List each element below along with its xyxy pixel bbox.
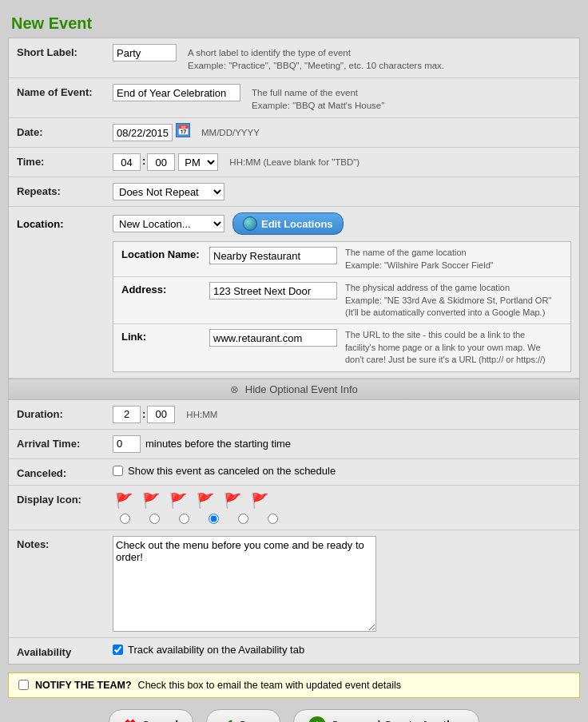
location-label: Location: bbox=[17, 218, 113, 230]
date-input[interactable] bbox=[113, 124, 173, 141]
globe-icon bbox=[243, 216, 257, 231]
save-button[interactable]: ✔ Save bbox=[206, 709, 280, 723]
page-title: New Event bbox=[8, 8, 580, 38]
notes-label: Notes: bbox=[17, 536, 113, 550]
flag-icon-blue: 🚩 bbox=[113, 491, 135, 510]
radio-icon-1[interactable] bbox=[120, 514, 130, 524]
duration-hint: HH:MM bbox=[186, 406, 217, 421]
loc-link-label: Link: bbox=[121, 329, 209, 343]
time-label: Time: bbox=[17, 153, 113, 168]
flag-icon-yellow: 🚩 bbox=[140, 491, 162, 510]
flag-icon-gray: 🚩 bbox=[248, 491, 271, 510]
event-name-label: Name of Event: bbox=[17, 84, 113, 98]
duration-label: Duration: bbox=[17, 406, 113, 420]
time-minute-input[interactable] bbox=[147, 153, 175, 171]
canceled-checkbox-label: Show this event as canceled on the sched… bbox=[128, 465, 336, 477]
edit-locations-button[interactable]: Edit Locations bbox=[232, 212, 344, 235]
radio-icon-2[interactable] bbox=[149, 514, 160, 524]
radio-icon-3[interactable] bbox=[179, 514, 189, 524]
loc-address-label: Address: bbox=[121, 282, 209, 296]
duration-minute-input[interactable] bbox=[147, 406, 175, 423]
save-and-create-another-button[interactable]: + Save and Create Another bbox=[293, 709, 479, 723]
loc-address-input[interactable] bbox=[209, 282, 337, 300]
availability-checkbox[interactable] bbox=[113, 645, 123, 655]
loc-link-input[interactable] bbox=[209, 329, 337, 347]
arrival-time-label: Arrival Time: bbox=[17, 435, 113, 450]
time-separator: : bbox=[141, 153, 147, 169]
time-ampm-select[interactable]: PM AM bbox=[178, 153, 218, 171]
short-label-hint: A short label to identify the type of ev… bbox=[188, 44, 444, 72]
repeats-label: Repeats: bbox=[17, 183, 113, 197]
flag-icon-green: 🚩 bbox=[194, 491, 217, 510]
radio-icon-5[interactable] bbox=[238, 514, 248, 524]
location-select[interactable]: New Location... Nearby Restaurant Other bbox=[113, 215, 224, 232]
display-icon-label: Display Icon: bbox=[17, 491, 113, 506]
radio-icon-6[interactable] bbox=[268, 514, 278, 524]
location-detail-box: Location Name: The name of the game loca… bbox=[113, 241, 571, 371]
icon-radio-row bbox=[113, 514, 285, 524]
calendar-icon[interactable] bbox=[176, 123, 190, 137]
cancel-x-icon: ✖ bbox=[124, 716, 136, 723]
cancel-button[interactable]: ✖ Cancel bbox=[109, 709, 193, 723]
icon-flags-row: 🚩 🚩 🚩 🚩 🚩 🚩 bbox=[113, 491, 271, 510]
save-check-icon: ✔ bbox=[221, 716, 233, 723]
repeats-select[interactable]: Does Not Repeat Daily Weekly Monthly bbox=[113, 183, 224, 200]
availability-checkbox-label: Track availability on the Availability t… bbox=[128, 644, 304, 656]
notify-checkbox[interactable] bbox=[18, 680, 29, 690]
short-label-label: Short Label: bbox=[17, 44, 113, 58]
time-hour-input[interactable] bbox=[113, 153, 141, 171]
loc-name-hint: The name of the game location Example: "… bbox=[345, 247, 494, 272]
event-name-hint: The full name of the event Example: "BBQ… bbox=[252, 84, 384, 112]
loc-link-hint: The URL to the site - this could be a li… bbox=[345, 329, 546, 366]
arrival-time-suffix: minutes before the starting time bbox=[145, 438, 291, 450]
save-another-plus-icon: + bbox=[308, 716, 326, 723]
flag-icon-red: 🚩 bbox=[167, 491, 189, 510]
date-label: Date: bbox=[17, 124, 113, 138]
bottom-buttons: ✖ Cancel ✔ Save + Save and Create Anothe… bbox=[8, 709, 580, 723]
loc-name-label: Location Name: bbox=[121, 247, 209, 260]
notify-label: NOTIFY THE TEAM? bbox=[35, 680, 132, 691]
loc-name-input[interactable] bbox=[209, 247, 337, 264]
time-hint: HH:MM (Leave blank for "TBD") bbox=[229, 153, 360, 169]
radio-icon-4[interactable] bbox=[209, 514, 219, 524]
loc-address-hint: The physical address of the game locatio… bbox=[345, 282, 551, 319]
notify-text: Check this box to email the team with up… bbox=[138, 680, 401, 691]
duration-separator: : bbox=[141, 408, 147, 420]
short-label-input[interactable] bbox=[113, 44, 177, 61]
duration-hour-input[interactable] bbox=[113, 406, 141, 423]
optional-banner[interactable]: ⊗ Hide Optional Event Info bbox=[9, 379, 579, 400]
canceled-label: Canceled: bbox=[17, 465, 113, 479]
notify-box: NOTIFY THE TEAM? Check this box to email… bbox=[8, 672, 580, 698]
availability-label: Availability bbox=[17, 644, 113, 658]
notes-textarea[interactable]: Check out the menu before you come and b… bbox=[113, 536, 376, 632]
arrival-time-input[interactable] bbox=[113, 435, 141, 453]
arrow-icon: ⊗ bbox=[230, 383, 239, 395]
flag-icon-purple: 🚩 bbox=[221, 491, 244, 510]
date-hint: MM/DD/YYYY bbox=[201, 124, 260, 139]
event-name-input[interactable] bbox=[113, 84, 240, 101]
canceled-checkbox[interactable] bbox=[113, 466, 123, 476]
